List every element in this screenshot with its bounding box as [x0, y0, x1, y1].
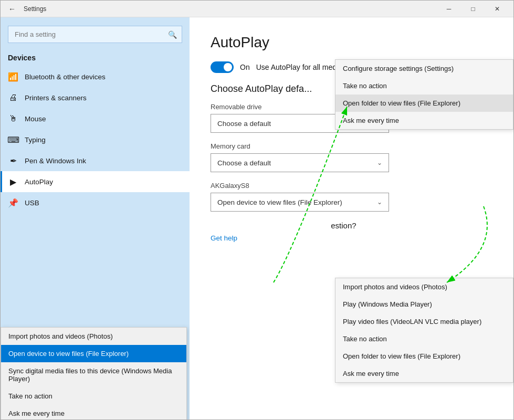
back-button[interactable]: ← — [5, 2, 19, 16]
memory-card-value: Choose a default — [217, 159, 271, 167]
usb-icon: 📌 — [8, 197, 18, 208]
left-dropdown-item-0[interactable]: Import photos and videos (Photos) — [1, 328, 186, 345]
right-dropdown-top: Configure storage settings (Settings) Ta… — [335, 59, 513, 130]
toggle-state-label: On — [240, 63, 250, 71]
maximize-button[interactable]: □ — [461, 1, 485, 17]
memory-card-select[interactable]: Choose a default ⌄ — [211, 153, 389, 172]
main-content: 🔍 Devices 📶 Bluetooth & other devices 🖨 … — [1, 17, 513, 419]
right-top-item-2[interactable]: Open folder to view files (File Explorer… — [335, 94, 513, 112]
minimize-button[interactable]: ─ — [437, 1, 461, 17]
sidebar-item-bluetooth[interactable]: 📶 Bluetooth & other devices — [1, 66, 190, 87]
window-title: Settings — [24, 5, 437, 13]
right-top-item-1[interactable]: Take no action — [335, 77, 513, 94]
right-bottom-item-4[interactable]: Open folder to view files (File Explorer… — [335, 348, 513, 365]
sidebar-item-label-mouse: Mouse — [25, 115, 46, 123]
get-help-link[interactable]: Get help — [211, 234, 492, 242]
sidebar-item-label-typing: Typing — [25, 136, 46, 144]
question-text: estion? — [211, 221, 492, 230]
left-dropdown-item-1[interactable]: Open device to view files (File Explorer… — [1, 345, 186, 362]
search-icon: 🔍 — [168, 30, 177, 39]
right-top-item-3[interactable]: Ask me every time — [335, 112, 513, 129]
sidebar-item-printers[interactable]: 🖨 Printers & scanners — [1, 87, 190, 108]
search-input[interactable] — [8, 26, 182, 43]
right-top-item-0[interactable]: Configure storage settings (Settings) — [335, 60, 513, 77]
sidebar-section-title: Devices — [1, 51, 190, 66]
right-dropdown-bottom: Import photos and videos (Photos) Play (… — [335, 278, 513, 383]
search-container: 🔍 — [8, 26, 182, 43]
right-bottom-item-0[interactable]: Import photos and videos (Photos) — [335, 278, 513, 296]
window-controls: ─ □ ✕ — [437, 1, 509, 17]
typing-icon: ⌨ — [8, 134, 18, 145]
sidebar-item-typing[interactable]: ⌨ Typing — [1, 129, 190, 150]
akgalaxy-value: Open device to view files (File Explorer… — [217, 198, 342, 206]
sidebar-item-label-autoplay: AutoPlay — [25, 178, 53, 186]
akgalaxy-chevron: ⌄ — [377, 198, 382, 206]
sidebar-item-label-pen: Pen & Windows Ink — [25, 157, 86, 165]
right-bottom-item-2[interactable]: Play video files (VideoLAN VLC media pla… — [335, 313, 513, 330]
sidebar-item-pen[interactable]: ✒ Pen & Windows Ink — [1, 150, 190, 171]
settings-window: ← Settings ─ □ ✕ 🔍 Devices 📶 Bluetooth &… — [0, 0, 514, 420]
sidebar-item-label-usb: USB — [25, 199, 39, 207]
pen-icon: ✒ — [8, 155, 18, 166]
sidebar-item-usb[interactable]: 📌 USB — [1, 192, 190, 213]
autoplay-icon: ▶ — [8, 176, 18, 187]
memory-card-label: Memory card — [211, 142, 492, 150]
left-dropdown-item-3[interactable]: Take no action — [1, 387, 186, 405]
sidebar-item-label-printers: Printers & scanners — [25, 94, 87, 102]
left-dropdown: Import photos and videos (Photos) Open d… — [1, 327, 187, 419]
titlebar: ← Settings ─ □ ✕ — [1, 1, 513, 17]
removable-drive-value: Choose a default — [217, 120, 271, 128]
mouse-icon: 🖱 — [8, 113, 18, 124]
sidebar-item-autoplay[interactable]: ▶ AutoPlay — [1, 171, 190, 192]
sidebar-item-mouse[interactable]: 🖱 Mouse — [1, 108, 190, 129]
autoplay-toggle[interactable] — [211, 61, 234, 73]
right-bottom-item-3[interactable]: Take no action — [335, 330, 513, 348]
page-title: AutoPlay — [211, 34, 492, 51]
bluetooth-icon: 📶 — [8, 71, 18, 82]
close-button[interactable]: ✕ — [485, 1, 509, 17]
sidebar: 🔍 Devices 📶 Bluetooth & other devices 🖨 … — [1, 17, 190, 419]
printers-icon: 🖨 — [8, 92, 18, 103]
left-dropdown-item-2[interactable]: Sync digital media files to this device … — [1, 362, 186, 387]
sidebar-item-label-bluetooth: Bluetooth & other devices — [25, 73, 106, 81]
akgalaxy-label: AKGalaxyS8 — [211, 182, 492, 190]
akgalaxy-select[interactable]: Open device to view files (File Explorer… — [211, 193, 389, 212]
right-bottom-item-1[interactable]: Play (Windows Media Player) — [335, 296, 513, 313]
memory-card-chevron: ⌄ — [377, 159, 382, 166]
main-panel: AutoPlay On Use AutoPlay for all media a… — [190, 17, 513, 419]
right-bottom-item-5[interactable]: Ask me every time — [335, 365, 513, 382]
left-dropdown-item-4[interactable]: Ask me every time — [1, 405, 186, 419]
